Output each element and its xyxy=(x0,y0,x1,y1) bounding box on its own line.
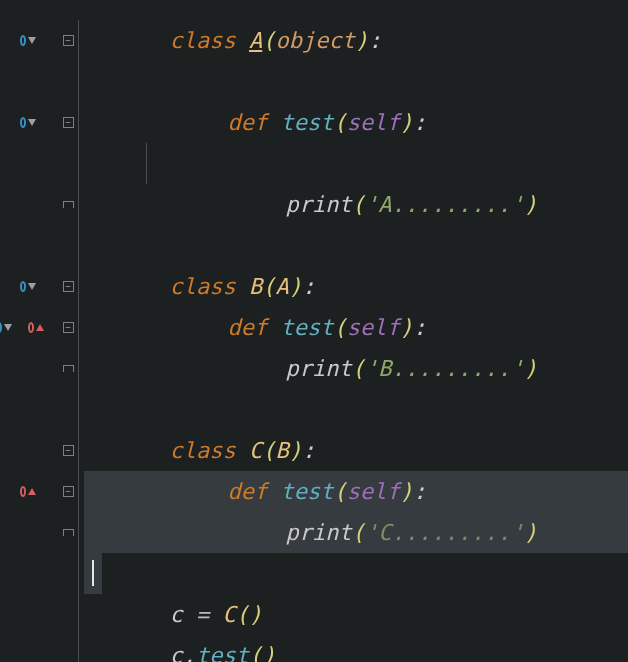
overrides-down-icon[interactable] xyxy=(0,320,12,336)
code-line[interactable]: print('C.........') xyxy=(0,512,628,553)
gutter xyxy=(0,594,84,635)
fold-toggle-icon[interactable] xyxy=(60,33,76,49)
method-name: test xyxy=(280,479,333,504)
paren: ( xyxy=(262,438,275,463)
builtin-call: print xyxy=(285,192,351,217)
gutter xyxy=(0,471,84,512)
paren: ) xyxy=(249,602,262,627)
colon: : xyxy=(413,315,426,340)
keyword: def xyxy=(227,315,280,340)
paren: ( xyxy=(333,315,346,340)
fold-toggle-icon[interactable] xyxy=(60,320,76,336)
paren: ) xyxy=(524,356,537,381)
fold-toggle-icon[interactable] xyxy=(60,443,76,459)
paren: ) xyxy=(400,110,413,135)
gutter xyxy=(0,430,84,471)
class-name: C xyxy=(222,602,235,627)
fold-toggle-icon[interactable] xyxy=(60,484,76,500)
keyword: class xyxy=(169,274,248,299)
fold-end-icon[interactable] xyxy=(60,361,76,377)
paren: ) xyxy=(262,643,275,662)
paren: ) xyxy=(355,28,368,53)
paren: ( xyxy=(352,520,365,545)
identifier: c xyxy=(169,602,182,627)
class-name: A xyxy=(249,28,262,53)
keyword: def xyxy=(227,110,280,135)
gutter xyxy=(0,307,84,348)
keyword: def xyxy=(227,479,280,504)
parameter: self xyxy=(347,315,400,340)
method-name: test xyxy=(280,110,333,135)
overrides-down-icon[interactable] xyxy=(20,33,36,49)
keyword: class xyxy=(169,438,248,463)
code-line[interactable]: def test(self): xyxy=(0,102,628,143)
paren: ( xyxy=(262,28,275,53)
gutter xyxy=(0,184,84,225)
paren: ) xyxy=(400,315,413,340)
fold-end-icon[interactable] xyxy=(60,525,76,541)
gutter xyxy=(0,20,84,61)
paren: ( xyxy=(249,643,262,662)
parameter: self xyxy=(347,110,400,135)
paren: ( xyxy=(262,274,275,299)
builtin-call: print xyxy=(285,356,351,381)
code-content[interactable]: c.test() xyxy=(84,618,628,662)
fold-toggle-icon[interactable] xyxy=(60,115,76,131)
overrides-down-icon[interactable] xyxy=(20,115,36,131)
paren: ( xyxy=(236,602,249,627)
colon: : xyxy=(302,438,315,463)
code-line[interactable]: c.test() xyxy=(0,635,628,662)
paren: ) xyxy=(524,192,537,217)
code-line[interactable]: print('A.........') xyxy=(0,184,628,225)
gutter xyxy=(0,61,84,102)
paren: ( xyxy=(352,192,365,217)
string-literal: 'A.........' xyxy=(365,192,524,217)
string-literal: 'B.........' xyxy=(365,356,524,381)
overridden-up-icon[interactable] xyxy=(20,484,36,500)
text-cursor xyxy=(92,560,94,586)
paren: ) xyxy=(524,520,537,545)
code-editor[interactable]: class A(object): def test(self): print( xyxy=(0,20,628,662)
identifier: c xyxy=(169,643,182,662)
base-class: object xyxy=(275,28,354,53)
colon: : xyxy=(302,274,315,299)
fold-end-icon[interactable] xyxy=(60,197,76,213)
gutter xyxy=(0,266,84,307)
paren: ) xyxy=(289,274,302,299)
base-class: A xyxy=(275,274,288,299)
class-name: C xyxy=(249,438,262,463)
overrides-down-icon[interactable] xyxy=(20,279,36,295)
gutter xyxy=(0,143,84,184)
colon: : xyxy=(413,110,426,135)
gutter xyxy=(0,512,84,553)
code-line[interactable]: class A(object): xyxy=(0,20,628,61)
operator: = xyxy=(183,602,223,627)
gutter xyxy=(0,348,84,389)
fold-toggle-icon[interactable] xyxy=(60,279,76,295)
base-class: B xyxy=(275,438,288,463)
string-literal: 'C.........' xyxy=(365,520,524,545)
class-name: B xyxy=(249,274,262,299)
overridden-up-icon[interactable] xyxy=(28,320,44,336)
colon: : xyxy=(413,479,426,504)
builtin-call: print xyxy=(285,520,351,545)
paren: ( xyxy=(333,479,346,504)
gutter xyxy=(0,635,84,662)
method-name: test xyxy=(280,315,333,340)
parameter: self xyxy=(347,479,400,504)
paren: ( xyxy=(352,356,365,381)
dot: . xyxy=(183,643,196,662)
paren: ( xyxy=(333,110,346,135)
keyword: class xyxy=(169,28,248,53)
gutter xyxy=(0,102,84,143)
paren: ) xyxy=(289,438,302,463)
code-line[interactable]: print('B.........') xyxy=(0,348,628,389)
paren: ) xyxy=(400,479,413,504)
method-name: test xyxy=(196,643,249,662)
colon: : xyxy=(368,28,381,53)
